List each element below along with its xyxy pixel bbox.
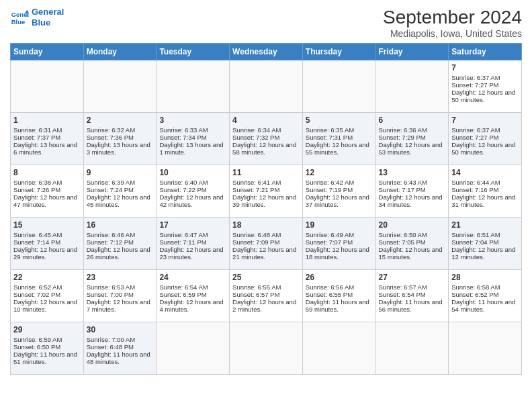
title-area: September 2024 Mediapolis, Iowa, United … — [383, 7, 522, 39]
cell-sep-24: 24 Sunrise: 6:54 AMSunset: 6:59 PMDaylig… — [157, 270, 230, 322]
cell-empty-w6-7 — [449, 322, 522, 375]
header-row: Sunday Monday Tuesday Wednesday Thursday… — [11, 44, 522, 60]
cell-sep-22: 22 Sunrise: 6:52 AMSunset: 7:02 PMDaylig… — [11, 270, 84, 322]
day-num: 19 — [306, 220, 373, 230]
cell-sep-10: 10 Sunrise: 6:40 AMSunset: 7:22 PMDaylig… — [157, 165, 230, 218]
col-friday: Friday — [375, 44, 449, 60]
week-4: 15 Sunrise: 6:45 AMSunset: 7:14 PMDaylig… — [11, 218, 522, 270]
cell-sep-16: 16 Sunrise: 6:46 AMSunset: 7:12 PMDaylig… — [83, 218, 157, 270]
logo-text: General Blue — [32, 7, 64, 28]
week-2: 1 Sunrise: 6:31 AMSunset: 7:37 PMDayligh… — [11, 113, 522, 165]
cell-sep-6: 6 Sunrise: 6:36 AMSunset: 7:29 PMDayligh… — [375, 113, 449, 165]
cell-sep-23: 23 Sunrise: 6:53 AMSunset: 7:00 PMDaylig… — [83, 270, 157, 322]
cell-sep-5: 5 Sunrise: 6:35 AMSunset: 7:31 PMDayligh… — [302, 113, 375, 165]
day-num: 22 — [13, 273, 81, 282]
day-num: 27 — [379, 273, 446, 282]
col-sunday: Sunday — [11, 44, 84, 60]
day-num: 6 — [379, 116, 446, 125]
day-num: 9 — [87, 168, 154, 177]
day-num: 12 — [306, 168, 373, 177]
day-num: 7 — [451, 116, 519, 125]
cell-sep-1: 1 Sunrise: 6:31 AMSunset: 7:37 PMDayligh… — [11, 113, 84, 165]
cell-sep-26: 26 Sunrise: 6:56 AMSunset: 6:55 PMDaylig… — [302, 270, 375, 322]
day-num: 15 — [13, 220, 81, 230]
cell-empty-w6-5 — [302, 322, 375, 375]
day-num: 20 — [379, 220, 446, 230]
day-num: 30 — [87, 325, 154, 334]
cell-sep-18: 18 Sunrise: 6:48 AMSunset: 7:09 PMDaylig… — [230, 218, 303, 270]
cell-sep-12: 12 Sunrise: 6:42 AMSunset: 7:19 PMDaylig… — [302, 165, 375, 218]
cell-empty-3 — [157, 60, 230, 113]
day-num: 25 — [232, 273, 300, 282]
cell-sep-21: 21 Sunrise: 6:51 AMSunset: 7:04 PMDaylig… — [449, 218, 522, 270]
cell-sep-7b: 7 Sunrise: 6:37 AMSunset: 7:27 PMDayligh… — [449, 113, 522, 165]
cell-sep-3: 3 Sunrise: 6:33 AMSunset: 7:34 PMDayligh… — [157, 113, 230, 165]
cell-sep-25: 25 Sunrise: 6:55 AMSunset: 6:57 PMDaylig… — [230, 270, 303, 322]
col-wednesday: Wednesday — [230, 44, 303, 60]
cell-sep-2: 2 Sunrise: 6:32 AMSunset: 7:36 PMDayligh… — [83, 113, 157, 165]
header: General Blue General Blue September 2024… — [10, 7, 522, 39]
day-num: 13 — [379, 168, 446, 177]
location: Mediapolis, Iowa, United States — [383, 28, 522, 39]
cell-empty-w6-3 — [157, 322, 230, 375]
cell-empty-2 — [83, 60, 157, 113]
day-num: 28 — [451, 273, 519, 282]
calendar-table: Sunday Monday Tuesday Wednesday Thursday… — [10, 43, 522, 375]
week-5: 22 Sunrise: 6:52 AMSunset: 7:02 PMDaylig… — [11, 270, 522, 322]
week-6: 29 Sunrise: 6:59 AMSunset: 6:50 PMDaylig… — [11, 322, 522, 375]
cell-sep-9: 9 Sunrise: 6:39 AMSunset: 7:24 PMDayligh… — [83, 165, 157, 218]
day-num: 2 — [87, 116, 154, 125]
cell-sep-8: 8 Sunrise: 6:38 AMSunset: 7:26 PMDayligh… — [11, 165, 84, 218]
svg-text:Blue: Blue — [11, 19, 25, 26]
col-tuesday: Tuesday — [157, 44, 230, 60]
day-num: 11 — [232, 168, 300, 177]
cell-sep-4: 4 Sunrise: 6:34 AMSunset: 7:32 PMDayligh… — [230, 113, 303, 165]
logo-icon: General Blue — [10, 8, 29, 27]
day-num: 10 — [159, 168, 226, 177]
day-num: 7 — [451, 63, 519, 73]
day-num: 17 — [159, 220, 226, 230]
day-num: 4 — [232, 116, 300, 125]
cell-sep-30: 30 Sunrise: 7:00 AMSunset: 6:48 PMDaylig… — [83, 322, 157, 375]
month-title: September 2024 — [383, 7, 522, 28]
cell-sep-27: 27 Sunrise: 6:57 AMSunset: 6:54 PMDaylig… — [375, 270, 449, 322]
cell-empty-6 — [375, 60, 449, 113]
day-num: 24 — [159, 273, 226, 282]
cell-sep-11: 11 Sunrise: 6:41 AMSunset: 7:21 PMDaylig… — [230, 165, 303, 218]
week-3: 8 Sunrise: 6:38 AMSunset: 7:26 PMDayligh… — [11, 165, 522, 218]
cell-empty-w6-4 — [230, 322, 303, 375]
day-num: 8 — [13, 168, 81, 177]
day-num: 16 — [87, 220, 154, 230]
cell-sep-17: 17 Sunrise: 6:47 AMSunset: 7:11 PMDaylig… — [157, 218, 230, 270]
day-num: 14 — [451, 168, 519, 177]
col-thursday: Thursday — [302, 44, 375, 60]
cell-sep-15: 15 Sunrise: 6:45 AMSunset: 7:14 PMDaylig… — [11, 218, 84, 270]
day-num: 18 — [232, 220, 300, 230]
col-monday: Monday — [83, 44, 157, 60]
day-num: 1 — [13, 116, 81, 125]
day-num: 26 — [306, 273, 373, 282]
cell-sep-28: 28 Sunrise: 6:58 AMSunset: 6:52 PMDaylig… — [449, 270, 522, 322]
cell-sep-19: 19 Sunrise: 6:49 AMSunset: 7:07 PMDaylig… — [302, 218, 375, 270]
cell-sep-20: 20 Sunrise: 6:50 AMSunset: 7:05 PMDaylig… — [375, 218, 449, 270]
col-saturday: Saturday — [449, 44, 522, 60]
day-num: 5 — [306, 116, 373, 125]
cell-empty-4 — [230, 60, 303, 113]
cell-sep-29: 29 Sunrise: 6:59 AMSunset: 6:50 PMDaylig… — [11, 322, 84, 375]
cell-sep-14: 14 Sunrise: 6:44 AMSunset: 7:16 PMDaylig… — [449, 165, 522, 218]
cell-sep-7: 7 Sunrise: 6:37 AMSunset: 7:27 PMDayligh… — [449, 60, 522, 113]
page: General Blue General Blue September 2024… — [0, 0, 532, 411]
day-num: 3 — [159, 116, 226, 125]
day-num: 21 — [451, 220, 519, 230]
cell-sep-13: 13 Sunrise: 6:43 AMSunset: 7:17 PMDaylig… — [375, 165, 449, 218]
cell-empty-1 — [11, 60, 84, 113]
day-num: 29 — [13, 325, 81, 334]
cell-empty-5 — [302, 60, 375, 113]
day-num: 23 — [87, 273, 154, 282]
logo: General Blue General Blue — [10, 7, 64, 28]
cell-empty-w6-6 — [375, 322, 449, 375]
week-1: 7 Sunrise: 6:37 AMSunset: 7:27 PMDayligh… — [11, 60, 522, 113]
